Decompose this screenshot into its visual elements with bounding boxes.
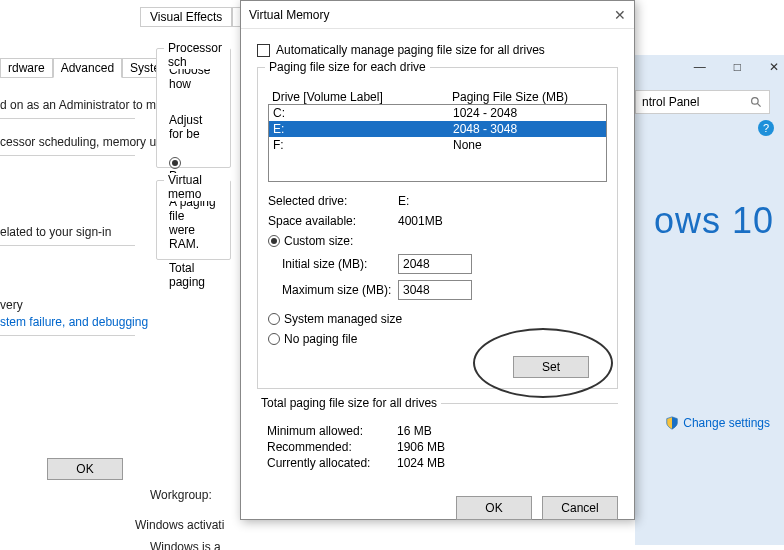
tab-hardware[interactable]: rdware	[0, 58, 53, 78]
initial-size-label: Initial size (MB):	[268, 257, 398, 271]
close-icon[interactable]: ✕	[614, 7, 626, 23]
selected-drive-key: Selected drive:	[268, 194, 398, 208]
auto-manage-checkbox[interactable]: Automatically manage paging file size fo…	[257, 43, 545, 57]
selected-drive-value: E:	[398, 194, 409, 208]
total-paging-label: Total paging	[169, 261, 218, 289]
activation-label: Windows activati	[135, 518, 224, 532]
drive-row[interactable]: E: 2048 - 3048	[269, 121, 606, 137]
space-available-key: Space available:	[268, 214, 398, 228]
paging-desc-2: were RAM.	[169, 223, 218, 251]
drive-list[interactable]: C: 1024 - 2048 E: 2048 - 3048 F: None	[268, 104, 607, 182]
system-managed-option[interactable]: System managed size	[268, 312, 607, 326]
divider	[0, 335, 135, 336]
min-allowed-value: 16 MB	[397, 424, 432, 438]
windows-is-label: Windows is a	[150, 540, 221, 550]
windows-10-brand: ows 10	[654, 200, 774, 242]
paging-size-fieldset: Paging file size for each drive Drive [V…	[257, 67, 618, 389]
group-title: Virtual memo	[164, 173, 230, 201]
min-allowed-key: Minimum allowed:	[257, 424, 397, 438]
dialog-title: Virtual Memory	[249, 8, 329, 22]
virtual-memory-group-left: Virtual memo A paging file were RAM. Tot…	[156, 180, 231, 260]
change-settings-label: Change settings	[683, 416, 770, 430]
divider	[0, 245, 135, 246]
control-panel-search[interactable]: ntrol Panel	[635, 90, 770, 114]
svg-line-1	[757, 103, 760, 106]
totals-section: Total paging file size for all drives Mi…	[257, 403, 618, 470]
custom-size-option[interactable]: Custom size:	[268, 234, 607, 248]
workgroup-label: Workgroup:	[150, 488, 212, 502]
bg-ok-button[interactable]: OK	[47, 458, 123, 480]
cancel-button[interactable]: Cancel	[542, 496, 618, 520]
sched-hint: cessor scheduling, memory u	[0, 135, 156, 149]
drive-row[interactable]: C: 1024 - 2048	[269, 105, 606, 121]
minimize-icon[interactable]: —	[694, 60, 706, 74]
drive-list-header: Drive [Volume Label] Paging File Size (M…	[268, 90, 607, 104]
checkbox-icon	[257, 44, 270, 57]
col-size: Paging File Size (MB)	[452, 90, 568, 104]
recommended-key: Recommended:	[257, 440, 397, 454]
signin-hint: elated to your sign-in	[0, 225, 111, 239]
processor-scheduling-group: Processor sch Choose how Adjust for be P…	[156, 48, 231, 168]
drive-row[interactable]: F: None	[269, 137, 606, 153]
admin-hint: d on as an Administrator to m	[0, 98, 156, 112]
winclose-icon[interactable]: ✕	[769, 60, 779, 74]
search-icon	[750, 96, 763, 109]
svg-point-0	[752, 97, 759, 104]
help-icon[interactable]: ?	[758, 120, 774, 136]
space-available-value: 4001MB	[398, 214, 443, 228]
col-drive: Drive [Volume Label]	[272, 90, 452, 104]
dialog-buttons: OK Cancel	[241, 486, 634, 530]
maximize-icon[interactable]: □	[734, 60, 741, 74]
shield-icon	[665, 416, 679, 430]
dialog-titlebar[interactable]: Virtual Memory ✕	[241, 1, 634, 29]
totals-title: Total paging file size for all drives	[257, 396, 441, 410]
annotation-oval	[473, 328, 613, 398]
window-controls: — □ ✕	[694, 60, 779, 74]
fieldset-legend: Paging file size for each drive	[265, 60, 430, 74]
change-settings-link[interactable]: Change settings	[665, 416, 770, 430]
bg-tabs-left: rdware Advanced Syster	[0, 58, 172, 78]
radio-icon	[268, 333, 280, 345]
ok-button[interactable]: OK	[456, 496, 532, 520]
tab-visual-effects[interactable]: Visual Effects	[140, 7, 232, 27]
maximum-size-input[interactable]	[398, 280, 472, 300]
currently-allocated-key: Currently allocated:	[257, 456, 397, 470]
radio-icon	[169, 157, 181, 169]
adjust-label: Adjust for be	[169, 113, 218, 141]
radio-icon	[268, 235, 280, 247]
recovery-hint: stem failure, and debugging	[0, 315, 148, 329]
tab-advanced[interactable]: Advanced	[53, 58, 122, 78]
maximum-size-label: Maximum size (MB):	[268, 283, 398, 297]
divider	[0, 118, 135, 119]
virtual-memory-dialog: Virtual Memory ✕ Automatically manage pa…	[240, 0, 635, 520]
recommended-value: 1906 MB	[397, 440, 445, 454]
recovery-h: very	[0, 298, 23, 312]
group-title: Processor sch	[164, 41, 230, 69]
initial-size-input[interactable]	[398, 254, 472, 274]
currently-allocated-value: 1024 MB	[397, 456, 445, 470]
divider	[0, 155, 135, 156]
breadcrumb-fragment: ntrol Panel	[642, 95, 699, 109]
radio-icon	[268, 313, 280, 325]
